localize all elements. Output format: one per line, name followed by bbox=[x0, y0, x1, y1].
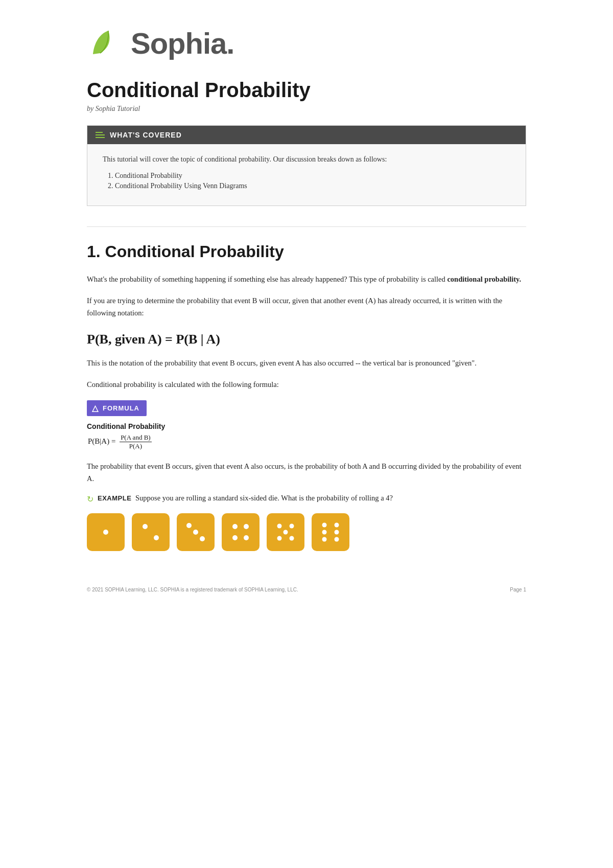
formula-math: P(B|A) = P(A and B) P(A) bbox=[88, 433, 526, 450]
dice-row bbox=[87, 513, 526, 551]
svg-point-3 bbox=[154, 535, 159, 540]
formula-title: Conditional Probability bbox=[87, 422, 526, 430]
die-4-svg bbox=[227, 518, 254, 546]
section1-para2: If you are trying to determine the proba… bbox=[87, 295, 526, 319]
die-2 bbox=[132, 513, 170, 551]
svg-point-16 bbox=[322, 523, 327, 528]
section1-para4: Conditional probability is calculated wi… bbox=[87, 379, 526, 391]
svg-point-8 bbox=[244, 524, 249, 529]
svg-point-14 bbox=[277, 536, 282, 541]
die-6-svg bbox=[317, 518, 344, 546]
page-container: Sophia. Conditional Probability by Sophi… bbox=[77, 0, 536, 623]
formula-fraction: P(A and B) P(A) bbox=[120, 433, 152, 450]
svg-point-20 bbox=[322, 537, 327, 542]
page-title: Conditional Probability bbox=[87, 79, 526, 102]
die-6 bbox=[312, 513, 349, 551]
die-3 bbox=[177, 513, 215, 551]
svg-point-1 bbox=[103, 530, 108, 535]
whats-covered-body: This tutorial will cover the topic of co… bbox=[87, 144, 526, 205]
logo-text: Sophia. bbox=[131, 26, 234, 60]
list-item: Conditional Probability bbox=[115, 172, 510, 180]
sophia-leaf-icon bbox=[87, 26, 122, 60]
svg-point-21 bbox=[335, 537, 339, 542]
footer-right: Page 1 bbox=[510, 587, 526, 592]
formula-numerator: P(A and B) bbox=[120, 433, 152, 442]
example-content: EXAMPLE Suppose you are rolling a standa… bbox=[98, 494, 393, 502]
die-2-svg bbox=[137, 518, 164, 546]
example-label: EXAMPLE bbox=[98, 494, 131, 502]
svg-point-5 bbox=[193, 530, 198, 535]
example-line: ↻ EXAMPLE Suppose you are rolling a stan… bbox=[87, 494, 526, 504]
formula-icon: △ bbox=[92, 403, 99, 413]
whats-covered-list: Conditional Probability Conditional Prob… bbox=[115, 172, 510, 190]
section-divider bbox=[87, 226, 526, 227]
section1-para1: What's the probability of something happ… bbox=[87, 273, 526, 286]
example-text: Suppose you are rolling a standard six-s… bbox=[135, 494, 393, 502]
whats-covered-header: WHAT'S COVERED bbox=[87, 126, 526, 144]
formula-display: P(B, given A) = P(B | A) bbox=[87, 332, 526, 347]
svg-point-18 bbox=[322, 530, 327, 535]
formula-badge: △ FORMULA bbox=[87, 400, 147, 416]
footer: © 2021 SOPHIA Learning, LLC. SOPHIA is a… bbox=[87, 582, 526, 592]
whats-covered-title: WHAT'S COVERED bbox=[110, 131, 182, 139]
logo-header: Sophia. bbox=[87, 26, 526, 60]
example-icon: ↻ bbox=[87, 494, 93, 504]
svg-point-15 bbox=[290, 536, 294, 541]
list-item: Conditional Probability Using Venn Diagr… bbox=[115, 182, 510, 190]
whats-covered-box: WHAT'S COVERED This tutorial will cover … bbox=[87, 125, 526, 206]
formula-denominator: P(A) bbox=[128, 442, 143, 450]
svg-point-19 bbox=[335, 530, 339, 535]
svg-point-7 bbox=[232, 524, 238, 529]
svg-point-12 bbox=[290, 524, 294, 529]
svg-point-10 bbox=[244, 535, 249, 540]
by-line: by Sophia Tutorial bbox=[87, 105, 526, 113]
footer-left: © 2021 SOPHIA Learning, LLC. SOPHIA is a… bbox=[87, 587, 298, 592]
svg-point-2 bbox=[143, 524, 148, 529]
list-icon bbox=[96, 132, 105, 138]
die-4 bbox=[222, 513, 260, 551]
formula-badge-container: △ FORMULA bbox=[87, 400, 526, 422]
svg-point-11 bbox=[277, 524, 282, 529]
svg-point-9 bbox=[232, 535, 238, 540]
die-1-svg bbox=[92, 518, 120, 546]
formula-lhs: P(B|A) = bbox=[88, 437, 115, 445]
formula-badge-label: FORMULA bbox=[103, 404, 139, 412]
die-3-svg bbox=[182, 518, 209, 546]
die-5 bbox=[267, 513, 304, 551]
section1-title: 1. Conditional Probability bbox=[87, 242, 526, 261]
section1-para5: The probability that event B occurs, giv… bbox=[87, 461, 526, 485]
section1-para3: This is the notation of the probability … bbox=[87, 357, 526, 370]
die-5-svg bbox=[272, 518, 299, 546]
svg-point-6 bbox=[200, 536, 205, 541]
svg-point-17 bbox=[335, 523, 339, 528]
whats-covered-intro: This tutorial will cover the topic of co… bbox=[103, 155, 510, 164]
die-1 bbox=[87, 513, 125, 551]
svg-point-13 bbox=[284, 530, 288, 535]
svg-point-4 bbox=[186, 523, 192, 528]
formula-block: Conditional Probability P(B|A) = P(A and… bbox=[87, 422, 526, 450]
